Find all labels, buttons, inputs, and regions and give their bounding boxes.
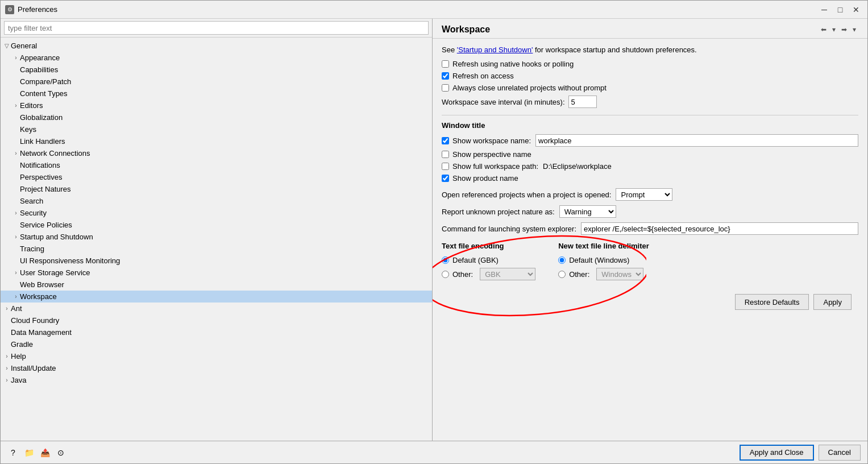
encoding-default-row: Default (GBK) [442, 256, 535, 264]
show-full-path-label: Show full workspace path: [452, 162, 538, 171]
sidebar-item-content-types[interactable]: Content Types [1, 88, 432, 100]
sidebar-item-keys[interactable]: Keys [1, 123, 432, 135]
expand-icon-install-update[interactable]: › [3, 365, 11, 371]
cancel-button[interactable]: Cancel [819, 445, 861, 461]
sidebar-item-editors[interactable]: › Editors [1, 100, 432, 111]
sidebar-item-gradle[interactable]: Gradle [1, 338, 432, 350]
back-button[interactable]: ⬅ [819, 24, 829, 35]
expand-icon-editors[interactable]: › [12, 102, 20, 109]
window-title-heading: Window title [442, 121, 858, 130]
delimiter-default-radio[interactable] [558, 256, 566, 264]
sidebar-item-tracing[interactable]: Tracing [1, 243, 432, 255]
expand-icon-ant[interactable]: › [3, 305, 11, 312]
encoding-default-label: Default (GBK) [452, 256, 499, 264]
sidebar-item-project-natures[interactable]: Project Natures [1, 183, 432, 195]
sidebar-item-ant[interactable]: › Ant [1, 303, 432, 314]
forward-dropdown-button[interactable]: ▾ [850, 24, 858, 35]
sidebar-item-user-storage[interactable]: › User Storage Service [1, 267, 432, 279]
delimiter-default-label: Default (Windows) [569, 256, 629, 264]
sidebar-item-compare-patch[interactable]: Compare/Patch [1, 76, 432, 88]
sidebar-item-workspace[interactable]: › Workspace [1, 291, 432, 303]
sidebar-item-search[interactable]: Search [1, 195, 432, 207]
window-controls: ─ □ ✕ [817, 4, 863, 15]
spacer-service-policies [12, 222, 20, 228]
line-delimiter-title: New text file line delimiter [558, 242, 649, 250]
sidebar-item-globalization[interactable]: Globalization [1, 111, 432, 123]
sidebar-item-install-update[interactable]: › Install/Update [1, 362, 432, 374]
sidebar-item-capabilities[interactable]: Capabilities [1, 64, 432, 76]
sidebar-item-appearance[interactable]: › Appearance [1, 52, 432, 64]
encoding-area: Text file encoding Default (GBK) Other: … [442, 242, 858, 280]
show-workspace-name-checkbox[interactable] [442, 137, 449, 144]
encoding-other-radio[interactable] [442, 271, 449, 278]
spacer-compare-patch [12, 78, 20, 85]
expand-icon-help[interactable]: › [3, 353, 11, 359]
report-unknown-dropdown[interactable]: Warning Error Info [559, 205, 616, 218]
spacer-content-types [12, 90, 20, 97]
back-dropdown-button[interactable]: ▾ [830, 24, 838, 35]
minimize-button[interactable]: ─ [817, 4, 831, 15]
page-title: Workspace [442, 24, 490, 35]
apply-button[interactable]: Apply [813, 294, 852, 310]
workspace-name-input[interactable] [535, 134, 858, 147]
always-close-checkbox[interactable] [442, 84, 449, 92]
show-perspective-name-checkbox[interactable] [442, 151, 449, 158]
sidebar-item-ui-responsiveness[interactable]: UI Responsiveness Monitoring [1, 255, 432, 267]
restore-defaults-button[interactable]: Restore Defaults [735, 294, 809, 310]
sidebar-item-startup-shutdown[interactable]: › Startup and Shutdown [1, 231, 432, 243]
folder-icon[interactable]: 📁 [23, 447, 35, 458]
encoding-section: Text file encoding Default (GBK) Other: … [442, 242, 858, 280]
expand-icon-security[interactable]: › [12, 210, 20, 216]
expand-icon-general[interactable]: ▽ [3, 43, 11, 49]
show-product-name-checkbox[interactable] [442, 175, 449, 182]
show-full-path-checkbox[interactable] [442, 163, 449, 170]
sidebar-item-service-policies[interactable]: Service Policies [1, 219, 432, 231]
sidebar-item-cloud-foundry[interactable]: Cloud Foundry [1, 314, 432, 326]
spacer-project-natures [12, 186, 20, 192]
delimiter-other-radio[interactable] [558, 271, 566, 278]
delimiter-other-dropdown[interactable]: Windows Unix Mac [596, 268, 643, 280]
show-workspace-name-label: Show workspace name: [452, 136, 531, 145]
sidebar-item-general[interactable]: ▽ General [1, 40, 432, 52]
sidebar-item-help[interactable]: › Help [1, 350, 432, 362]
maximize-button[interactable]: □ [833, 4, 847, 15]
encoding-default-radio[interactable] [442, 256, 449, 264]
sidebar-item-perspectives[interactable]: Perspectives [1, 171, 432, 183]
show-workspace-name-row: Show workspace name: [442, 134, 858, 147]
help-icon[interactable]: ? [7, 447, 19, 458]
sidebar-item-notifications[interactable]: Notifications [1, 159, 432, 171]
refresh-access-checkbox[interactable] [442, 72, 449, 80]
startup-shutdown-link[interactable]: 'Startup and Shutdown' [457, 45, 533, 54]
expand-icon-java[interactable]: › [3, 377, 11, 383]
open-referenced-dropdown[interactable]: Prompt Always Never [616, 188, 672, 201]
show-perspective-name-row: Show perspective name [442, 150, 858, 159]
preferences-window: ⚙ Preferences ─ □ ✕ ▽ General [0, 0, 868, 464]
search-input[interactable] [4, 21, 429, 35]
expand-icon-network-connections[interactable]: › [12, 150, 20, 156]
close-button[interactable]: ✕ [849, 4, 863, 15]
export-icon[interactable]: 📤 [39, 447, 51, 458]
expand-icon-startup-shutdown[interactable]: › [12, 234, 20, 240]
expand-icon-workspace[interactable]: › [12, 293, 20, 300]
sidebar-item-data-management[interactable]: Data Management [1, 326, 432, 338]
refresh-native-checkbox[interactable] [442, 60, 449, 68]
expand-icon-user-storage[interactable]: › [12, 270, 20, 276]
sidebar-item-web-browser[interactable]: Web Browser [1, 279, 432, 291]
main-content: ▽ General › Appearance Capabilities [1, 19, 867, 441]
sidebar-item-java[interactable]: › Java [1, 374, 432, 386]
forward-button[interactable]: ➡ [839, 24, 849, 35]
expand-icon-appearance[interactable]: › [12, 55, 20, 61]
right-header: Workspace ⬅ ▾ ➡ ▾ [433, 19, 867, 39]
settings-icon[interactable]: ⊙ [55, 447, 67, 458]
open-referenced-row: Open referenced projects when a project … [442, 188, 858, 201]
full-path-value: D:\Eclipse\workplace [543, 162, 612, 171]
sidebar-item-security[interactable]: › Security [1, 207, 432, 219]
apply-and-close-button[interactable]: Apply and Close [740, 445, 814, 461]
sidebar-item-network-connections[interactable]: › Network Connections [1, 147, 432, 159]
save-interval-input[interactable] [568, 96, 597, 108]
encoding-other-dropdown[interactable]: GBK UTF-8 ISO-8859-1 [480, 268, 535, 280]
footer-bar: ? 📁 📤 ⊙ Apply and Close Cancel [1, 441, 867, 463]
spacer-tracing [12, 246, 20, 252]
sidebar-item-link-handlers[interactable]: Link Handlers [1, 135, 432, 147]
command-input[interactable] [581, 222, 858, 235]
